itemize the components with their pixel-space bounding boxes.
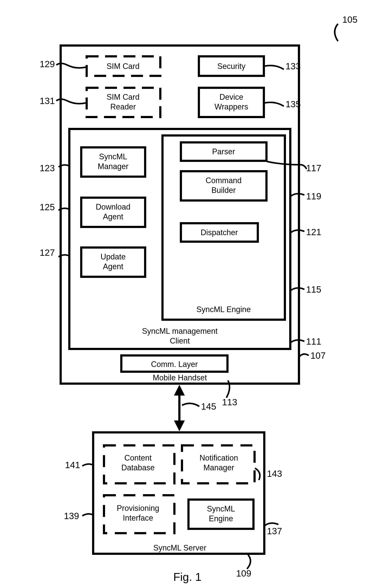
ref-117: 117 (306, 163, 321, 173)
syncml-client-l1: SyncML management (142, 327, 218, 336)
ref-133: 133 (286, 61, 301, 71)
dispatcher-label: Dispatcher (201, 228, 238, 237)
sim-card-reader-l2: Reader (110, 102, 136, 111)
ref-107: 107 (311, 350, 326, 361)
command-builder-l2: Builder (211, 186, 236, 195)
sim-card-reader-l1: SIM Card (107, 93, 139, 101)
sim-card-label: SIM Card (107, 62, 139, 71)
command-builder-l1: Command (206, 176, 241, 185)
content-database-l1: Content (124, 453, 152, 462)
device-wrappers-l2: Wrappers (214, 102, 248, 111)
download-agent-l1: Download (96, 202, 130, 211)
ref-131: 131 (40, 96, 55, 106)
ref-125: 125 (40, 202, 55, 212)
update-agent-l1: Update (101, 252, 126, 261)
arrowhead-up-icon (174, 385, 185, 396)
ref-109: 109 (236, 568, 251, 578)
ref-127: 127 (40, 248, 55, 258)
ref-135: 135 (286, 99, 301, 109)
ref-143: 143 (267, 469, 282, 479)
diagram-figure: 105 Mobile Handset SIM Card 129 Security… (0, 0, 375, 588)
mobile-handset-label: Mobile Handset (153, 373, 207, 382)
ref-139: 139 (64, 511, 79, 521)
security-label: Security (217, 62, 245, 71)
arrowhead-down-icon (174, 420, 185, 431)
syncml-manager-l2: Manager (98, 162, 128, 171)
server-syncml-engine-l2: Engine (209, 514, 233, 523)
figure-label: Fig. 1 (173, 571, 201, 583)
ref-137: 137 (267, 526, 282, 536)
notification-manager-l1: Notification (199, 453, 238, 462)
ref-141: 141 (65, 460, 80, 470)
syncml-server-box (93, 432, 264, 554)
syncml-manager-l1: SyncML (99, 152, 127, 161)
ref-123: 123 (40, 163, 55, 173)
ref-119: 119 (306, 191, 321, 201)
ref-113: 113 (222, 397, 237, 407)
content-database-l2: Database (121, 463, 155, 472)
ref-145: 145 (201, 401, 216, 412)
server-syncml-engine-l1: SyncML (207, 504, 235, 513)
parser-label: Parser (212, 147, 235, 156)
ref-129: 129 (40, 59, 55, 69)
ref-111: 111 (306, 336, 321, 346)
comm-layer-label: Comm. Layer (151, 360, 198, 369)
update-agent-l2: Agent (103, 262, 123, 271)
device-wrappers-l1: Device (219, 93, 243, 101)
provisioning-interface-l2: Interface (123, 514, 153, 522)
syncml-server-label: SyncML Server (153, 543, 207, 552)
ref-105: 105 (342, 14, 357, 25)
syncml-engine-label: SyncML Engine (197, 305, 251, 314)
ref-121: 121 (306, 227, 321, 237)
notification-manager-l2: Manager (203, 463, 234, 472)
download-agent-l2: Agent (103, 212, 123, 221)
provisioning-interface-l1: Provisioning (117, 504, 159, 513)
ref-115: 115 (306, 284, 321, 294)
syncml-client-l2: Client (170, 336, 190, 345)
